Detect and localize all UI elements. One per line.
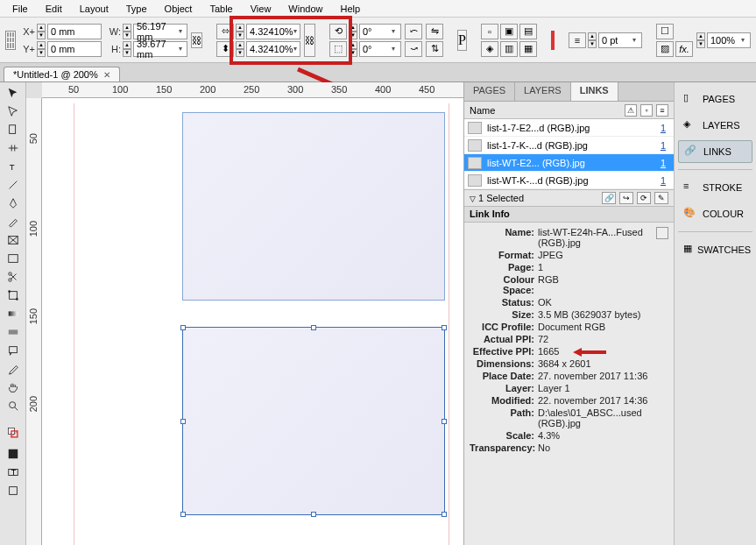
link-row[interactable]: list-WT-K-...d (RGB).jpg1 [464,172,674,189]
selection-tool[interactable] [3,84,24,102]
rectangle-tool[interactable] [3,250,24,267]
scale-x-input[interactable]: 4.32410%▾ [246,24,300,39]
wrap-column-icon[interactable]: ▥ [500,41,518,57]
rotate-ccw-button[interactable]: ⤺ [405,24,422,39]
x-spinner[interactable]: ▲▼ [37,24,46,39]
paragraph-style-button[interactable]: P [457,30,467,51]
rotation-input[interactable]: 0°▾ [359,24,401,39]
document-tab[interactable]: *Untitled-1 @ 200% ✕ [4,67,120,81]
gradient-feather-tool[interactable] [3,323,24,341]
flip-v-button[interactable]: ⇅ [426,41,443,57]
scissors-tool[interactable] [3,268,24,286]
w-input[interactable]: 56.197 mm▾ [133,24,187,39]
highlight-arrow-icon [573,346,608,358]
menu-file[interactable]: File [4,2,37,16]
pen-tool[interactable] [3,195,24,212]
effects-button[interactable]: ☐ [656,24,674,39]
scale-y-input[interactable]: 4.32410%▾ [246,41,300,57]
h-input[interactable]: 39.677 mm▾ [133,41,187,57]
dock-pages[interactable]: ▯PAGES [678,88,752,110]
sx-spinner[interactable]: ▲▼ [236,24,244,39]
shear-input[interactable]: 0°▾ [359,41,401,57]
w-spinner[interactable]: ▲▼ [123,24,131,39]
menu-window[interactable]: Window [279,2,331,16]
stroke-spinner[interactable]: ▲▼ [588,32,597,48]
dock-layers[interactable]: ◈LAYERS [678,114,752,137]
page-tool[interactable] [3,121,24,138]
go-to-link-button[interactable]: ↪ [619,192,633,204]
dock-colour[interactable]: 🎨COLOUR [678,202,752,225]
menu-edit[interactable]: Edit [37,2,71,16]
opacity-input[interactable]: 100%▾ [707,32,751,48]
page-column-icon[interactable]: ▫ [640,104,653,117]
wrap-jump-icon[interactable]: ▤ [519,24,537,39]
document-canvas[interactable] [42,98,463,545]
apply-color-button[interactable] [3,445,24,463]
tab-pages[interactable]: PAGES [464,82,515,101]
reference-point-picker[interactable] [5,31,16,50]
horizontal-ruler[interactable]: 50 100 150 200 250 300 350 400 450 [42,82,463,98]
y-spinner[interactable]: ▲▼ [37,41,46,57]
gradient-tool[interactable] [3,305,24,322]
drop-shadow-button[interactable]: ▨ [656,41,674,57]
constrain-wh-icon[interactable]: ⛓ [191,32,202,48]
stroke-weight-input[interactable]: 0 pt▾ [598,32,642,48]
menu-type[interactable]: Type [117,2,156,16]
wrap-none-icon[interactable]: ▫ [481,24,498,39]
sy-spinner[interactable]: ▲▼ [236,41,244,57]
links-column-name[interactable]: Name [470,105,495,116]
dock-swatches[interactable]: ▦SWATCHES [678,238,752,261]
layers-icon: ◈ [683,118,697,132]
update-link-button[interactable]: ⟳ [637,192,651,204]
close-tab-icon[interactable]: ✕ [103,70,110,80]
shear-spinner[interactable]: ▲▼ [349,41,357,57]
gap-tool[interactable] [3,139,24,157]
flip-h-button[interactable]: ⇋ [426,24,443,39]
wrap-next-icon[interactable]: ▦ [519,41,537,57]
menu-help[interactable]: Help [331,2,369,16]
rectangle-frame-tool[interactable] [3,231,24,249]
note-tool[interactable] [3,342,24,359]
link-row[interactable]: list-1-7-K-...d (RGB).jpg1 [464,137,674,154]
h-spinner[interactable]: ▲▼ [123,41,131,57]
placed-image-selected[interactable] [182,327,445,515]
edit-original-button[interactable]: ✎ [654,192,668,204]
warning-column-icon[interactable]: ⚠ [625,104,637,117]
panel-menu-icon[interactable]: ≡ [656,104,668,117]
fill-swatch[interactable] [551,31,555,50]
eyedropper-tool[interactable] [3,360,24,378]
link-row[interactable]: list-1-7-E2...d (RGB).jpg1 [464,119,674,137]
dock-links[interactable]: 🔗LINKS [678,140,752,163]
menu-object[interactable]: Object [156,2,201,16]
wrap-shape-icon[interactable]: ◈ [481,41,498,57]
wrap-around-icon[interactable]: ▣ [500,24,518,39]
pencil-tool[interactable] [3,213,24,230]
fill-stroke-swatch[interactable] [3,421,24,444]
type-tool[interactable]: T [3,158,24,175]
direct-selection-tool[interactable] [3,103,24,120]
hand-tool[interactable] [3,379,24,396]
fx-button[interactable]: fx. [675,41,693,57]
x-input[interactable]: 0 mm [47,24,102,39]
preview-thumbnail-icon[interactable] [656,227,668,239]
constrain-scale-icon[interactable]: ⛓ [304,24,315,57]
tab-links[interactable]: LINKS [571,82,618,101]
free-transform-tool[interactable] [3,287,24,304]
opacity-spinner[interactable]: ▲▼ [696,32,705,48]
zoom-tool[interactable] [3,397,24,414]
view-mode-button[interactable] [3,482,24,499]
placed-image-1[interactable] [182,112,445,301]
menu-view[interactable]: View [242,2,280,16]
tab-layers[interactable]: LAYERS [515,82,571,101]
relink-button[interactable]: 🔗 [602,192,616,204]
rotate-cw-button[interactable]: ⤻ [405,41,422,57]
dock-stroke[interactable]: ≡STROKE [678,176,752,199]
line-tool[interactable] [3,176,24,194]
link-row-selected[interactable]: list-WT-E2... (RGB).jpg1 [464,154,674,172]
y-input[interactable]: 0 mm [47,41,102,57]
menu-layout[interactable]: Layout [71,2,117,16]
rot-spinner[interactable]: ▲▼ [349,24,357,39]
formatting-container-button[interactable]: T [3,464,24,481]
menu-table[interactable]: Table [201,2,241,16]
vertical-ruler[interactable]: 50 100 150 200 [26,98,42,545]
